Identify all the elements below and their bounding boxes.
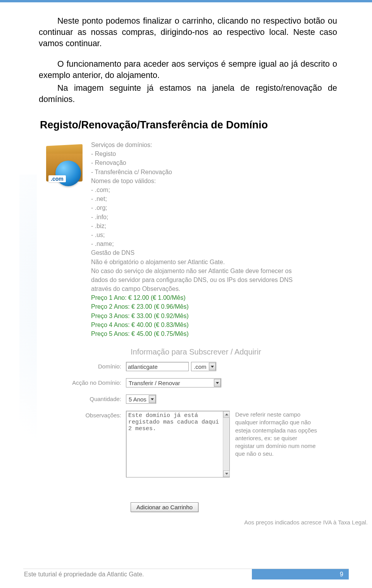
chevron-down-icon: [209, 363, 216, 370]
accao-label: Acção no Domínio:: [37, 378, 126, 386]
iva-note: Aos preços indicados acresce IVA à Taxa …: [37, 516, 370, 526]
info-d2: No caso do serviço de alojamento não ser…: [91, 266, 308, 294]
quantidade-label: Quantidade:: [37, 394, 126, 402]
embedded-screenshot: Registo/Renovação/Transferência de Domín…: [37, 118, 370, 526]
info-h1: Serviços de domínios:: [91, 140, 370, 149]
page-number: 9: [252, 569, 349, 579]
observacoes-textarea[interactable]: [126, 411, 230, 477]
chevron-down-icon: [214, 379, 221, 387]
chevron-down-icon: [149, 395, 156, 403]
paragraph-3: Na imagem seguinte já estamos na janela …: [39, 83, 337, 105]
quantidade-value: 5 Anos: [128, 396, 148, 403]
scroll-up-icon[interactable]: [223, 411, 230, 418]
observacoes-label: Observações:: [37, 411, 126, 419]
info-h2: Nomes de topo válidos:: [91, 176, 370, 185]
paragraph-2: O funcionamento para aceder aos serviços…: [39, 59, 337, 81]
textarea-scrollbar[interactable]: [223, 411, 229, 477]
info-h3: Gestão de DNS: [91, 248, 370, 257]
tld-select[interactable]: .com: [191, 362, 216, 371]
paragraph-1: Neste ponto podemos finalizar o carrinho…: [39, 16, 337, 49]
price-3: Preço 3 Anos: € 33.00 (€ 0.92/Mês): [91, 311, 370, 320]
page-content: Neste ponto podemos finalizar o carrinho…: [0, 0, 372, 526]
info-t7: - .name;: [91, 239, 370, 248]
dominio-label: Domínio:: [37, 362, 126, 370]
info-l2: - Renovação: [91, 158, 370, 167]
price-4: Preço 4 Anos: € 40.00 (€ 0.83/Mês): [91, 320, 370, 329]
info-l1: - Registo: [91, 149, 370, 158]
accao-value: Transferir / Renovar: [128, 380, 182, 386]
info-t3: - .org;: [91, 203, 370, 212]
info-t5: - .biz;: [91, 221, 370, 230]
com-tag: .com: [48, 175, 66, 182]
price-2: Preço 2 Anos: € 23.00 (€ 0.96/Mês): [91, 302, 370, 311]
screenshot-title: Registo/Renovação/Transferência de Domín…: [37, 118, 370, 140]
info-l3: - Transferência c/ Renovação: [91, 168, 370, 176]
info-d1: Não é obrigatório o alojamento ser Atlan…: [91, 258, 370, 266]
info-text: Serviços de domínios: - Registo - Renova…: [91, 140, 370, 338]
subscribe-section-title: Informação para Subscrever / Adquirir: [37, 338, 370, 360]
info-t6: - .us;: [91, 230, 370, 239]
accao-select[interactable]: Transferir / Renovar: [126, 378, 221, 387]
page-footer: Este tuturial é propriedade da Atlantic …: [23, 569, 349, 579]
info-t4: - .info;: [91, 213, 370, 221]
dominio-input[interactable]: [126, 362, 189, 371]
price-1: Preço 1 Ano: € 12.00 (€ 1.00/Mês): [91, 293, 370, 302]
tld-value: .com: [193, 363, 208, 370]
info-t2: - .net;: [91, 194, 370, 203]
body-text: Neste ponto podemos finalizar o carrinho…: [39, 16, 337, 105]
price-5: Preço 5 Anos: € 45.00 (€ 0.75/Mês): [91, 329, 370, 338]
add-to-cart-button[interactable]: Adicionar ao Carrinho: [131, 502, 198, 512]
quantidade-select[interactable]: 5 Anos: [126, 394, 156, 404]
scroll-down-icon[interactable]: [223, 470, 230, 477]
info-t1: - .com;: [91, 185, 370, 194]
observacoes-help: Deve referir neste campo qualquer inform…: [232, 411, 317, 458]
domain-box-icon: .com: [37, 140, 91, 338]
footer-text: Este tuturial é propriedade da Atlantic …: [23, 569, 252, 579]
